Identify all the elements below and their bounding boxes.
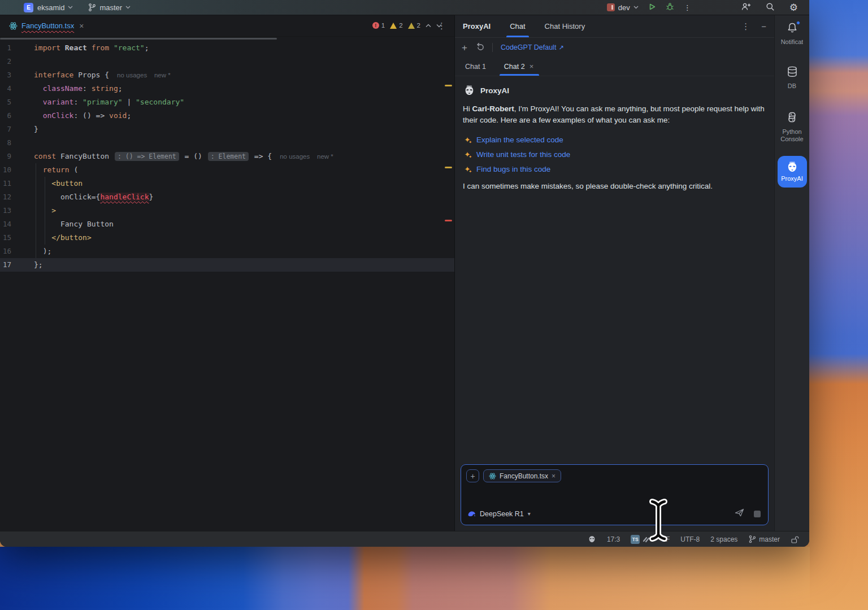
chat-message-area: ProxyAI Hi Carl-Robert, I'm ProxyAI! You…	[455, 76, 774, 531]
notification-badge	[796, 21, 800, 25]
code-line[interactable]: 6 onClick: () => void;	[0, 109, 454, 123]
branch-name: master	[99, 3, 122, 12]
code-with-me-button[interactable]	[741, 2, 751, 12]
attachment-close-icon[interactable]: ×	[552, 472, 555, 480]
line-number: 4	[0, 82, 11, 95]
stripe-label: DB	[788, 82, 796, 90]
database-icon	[786, 66, 798, 80]
ide-window: E eksamid master dev ⋮	[0, 0, 809, 547]
error-stripe-warning[interactable]	[445, 167, 452, 168]
next-problem-chevron[interactable]	[436, 22, 442, 29]
settings-gear-button[interactable]: ⚙	[789, 2, 798, 14]
project-selector[interactable]: eksamid	[37, 3, 73, 12]
usages-hint[interactable]: no usages new *	[117, 72, 171, 79]
code-line[interactable]: 13 >	[0, 204, 454, 217]
suggestion-text: Find bugs in this code	[476, 165, 550, 173]
inspections-widget[interactable]: !1 2 2	[372, 22, 442, 29]
code-line[interactable]: 4 className: string;	[0, 82, 454, 95]
suggestion-link[interactable]: ✦Find bugs in this code	[463, 162, 766, 176]
vcs-branch-selector[interactable]: master	[88, 3, 131, 12]
new-chat-plus-button[interactable]: +	[462, 43, 467, 53]
code-line[interactable]: 16 );	[0, 245, 454, 258]
proxyai-header: ProxyAI Chat Chat History ⋮ −	[455, 15, 774, 38]
proxyai-avatar	[463, 84, 475, 97]
more-actions-kebab[interactable]: ⋮	[684, 3, 691, 12]
code-editor[interactable]: 1import React from "react";23interface P…	[0, 37, 454, 531]
caret-down-icon: ▾	[528, 511, 531, 517]
code-line[interactable]: 15 </button>	[0, 231, 454, 245]
code-line[interactable]: 5 variant: "primary" | "secondary"	[0, 95, 454, 109]
code-line[interactable]: 7}	[0, 123, 454, 136]
code-lines: 1import React from "react";23interface P…	[0, 41, 454, 272]
warning-count: 2	[399, 22, 402, 29]
codegpt-default-link[interactable]: CodeGPT Default ↗	[501, 43, 564, 51]
type-inlay-hint: : Element	[208, 152, 249, 161]
code-line[interactable]: 14 Fancy Button	[0, 217, 454, 231]
line-number: 10	[0, 163, 11, 177]
line-number: 6	[0, 109, 11, 123]
caret-position[interactable]: 17:3	[607, 535, 620, 543]
suggestion-text: Explain the selected code	[476, 136, 563, 144]
editor-area: FancyButton.tsx × ⋮ 1import React from "…	[0, 15, 455, 531]
model-name: DeepSeek R1	[480, 510, 524, 518]
lock-widget[interactable]	[791, 535, 799, 543]
search-everywhere-button[interactable]	[766, 2, 775, 13]
minimize-icon[interactable]: −	[761, 21, 766, 31]
chat-input-box[interactable]: + FancyButton.tsx × DeepSeek R1 ▾	[461, 464, 769, 525]
chat-toolbar: + CodeGPT Default ↗	[455, 38, 774, 57]
stripe-item-python-console[interactable]: Python Console	[775, 111, 809, 144]
reset-chat-button[interactable]	[475, 42, 484, 53]
tab-chat-history[interactable]: Chat History	[542, 15, 588, 37]
indent-widget[interactable]: 2 spaces	[710, 535, 737, 543]
code-line[interactable]: 3interface Props {no usages new *	[0, 68, 454, 82]
code-line[interactable]: 11 <button	[0, 177, 454, 190]
run-config-selector[interactable]: dev	[607, 3, 639, 12]
line-number: 5	[0, 95, 11, 109]
suggestion-link[interactable]: ✦Write unit tests for this code	[463, 147, 766, 162]
send-button[interactable]	[734, 508, 745, 520]
code-line[interactable]: 17};	[0, 258, 454, 272]
code-line[interactable]: 10 return (	[0, 163, 454, 177]
tab-close-icon[interactable]: ×	[79, 21, 84, 30]
stop-button[interactable]	[754, 511, 761, 517]
attachment-chip[interactable]: FancyButton.tsx ×	[483, 469, 561, 482]
tab-chat[interactable]: Chat	[507, 15, 527, 37]
chat-tab-close-icon[interactable]: ×	[530, 62, 534, 71]
project-name: eksamid	[37, 3, 64, 12]
chat-tab-2[interactable]: Chat 2 ×	[502, 62, 539, 76]
error-icon: !	[372, 22, 379, 29]
debug-button[interactable]	[666, 2, 674, 12]
weak-warning-icon	[408, 23, 415, 29]
chat-session-tabs: Chat 1 Chat 2 ×	[455, 57, 774, 76]
stripe-item-proxyai-active[interactable]: ProxyAI	[778, 156, 807, 188]
line-number: 11	[0, 177, 11, 190]
chat-tab-1[interactable]: Chat 1	[463, 63, 492, 76]
run-button[interactable]	[648, 3, 656, 12]
code-line[interactable]: 12 onClick={handleClick}	[0, 190, 454, 204]
suggestion-link[interactable]: ✦Explain the selected code	[463, 132, 766, 147]
sparkle-icon: ✦	[463, 136, 472, 144]
react-icon	[9, 22, 18, 30]
code-line[interactable]: 8	[0, 136, 454, 150]
code-line[interactable]: 1import React from "react";	[0, 41, 454, 55]
desktop-wallpaper-bottom	[0, 547, 810, 610]
warning-icon	[390, 23, 397, 29]
stripe-item-db[interactable]: DB	[775, 66, 809, 90]
branch-widget[interactable]: master	[748, 535, 780, 543]
panel-options-kebab[interactable]: ⋮	[741, 21, 750, 32]
error-stripe-warning[interactable]	[445, 85, 452, 86]
line-number: 13	[0, 204, 11, 217]
user-name: Carl-Robert	[472, 104, 514, 113]
stripe-item-notifications[interactable]: Notificat	[775, 22, 809, 46]
editor-tab-fancybutton[interactable]: FancyButton.tsx ×	[6, 15, 87, 36]
usages-hint[interactable]: no usages new *	[280, 153, 333, 160]
add-context-button[interactable]: +	[466, 469, 479, 482]
model-selector[interactable]: DeepSeek R1 ▾	[467, 510, 531, 518]
prev-problem-chevron[interactable]	[426, 22, 431, 29]
code-line[interactable]: 9const FancyButton : () => Element = () …	[0, 150, 454, 163]
proxyai-status-icon[interactable]	[588, 535, 596, 543]
encoding-widget[interactable]: UTF-8	[680, 535, 700, 543]
code-line[interactable]: 2	[0, 55, 454, 68]
error-stripe-error[interactable]	[445, 220, 452, 221]
sparkle-icon: ✦	[463, 150, 472, 159]
